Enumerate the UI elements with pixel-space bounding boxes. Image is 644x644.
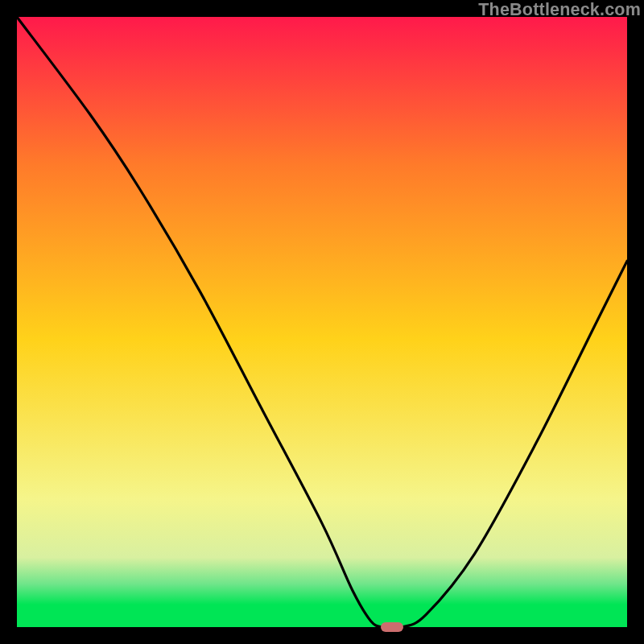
chart-frame xyxy=(17,17,627,627)
stage: TheBottleneck.com xyxy=(0,0,644,644)
optimal-marker xyxy=(381,622,403,632)
bottleneck-curve xyxy=(17,17,627,627)
